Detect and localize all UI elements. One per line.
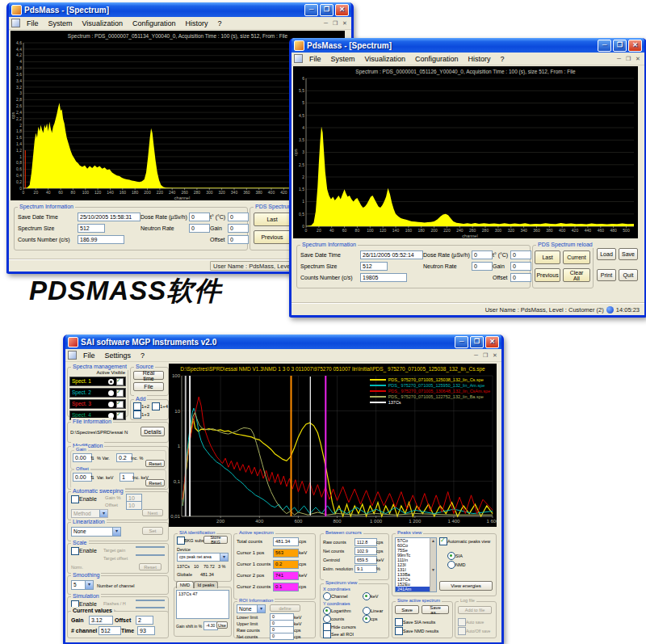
menu-system[interactable]: System bbox=[44, 19, 78, 27]
save-sia-results-checkbox[interactable] bbox=[395, 618, 403, 626]
menu-configuration[interactable]: Configuration bbox=[128, 19, 181, 27]
neutron-rate-field[interactable]: 0 bbox=[189, 224, 210, 233]
save-nmd-results-checkbox[interactable] bbox=[395, 627, 403, 635]
sweeping-enable-checkbox[interactable] bbox=[71, 495, 79, 503]
spinner-arrows-icon[interactable]: ⇅ bbox=[90, 455, 94, 461]
temperature-field[interactable]: 0 bbox=[228, 213, 249, 221]
auto-peaks-checkbox[interactable] bbox=[439, 537, 447, 545]
spectrum-visible-checkbox[interactable] bbox=[116, 378, 124, 385]
dose-rate-field[interactable]: 0 bbox=[472, 250, 493, 259]
tab-id-peaks[interactable]: Id peaks bbox=[194, 581, 218, 588]
neutron-rate-field[interactable]: 0 bbox=[472, 262, 493, 271]
add-1-4-checkbox[interactable] bbox=[152, 402, 160, 410]
close-button[interactable]: ✕ bbox=[628, 40, 642, 52]
close-button[interactable]: ✕ bbox=[485, 336, 499, 348]
dose-rate-field[interactable]: 0 bbox=[189, 213, 210, 221]
save-button[interactable]: Save bbox=[619, 248, 638, 260]
maximize-button[interactable]: ❐ bbox=[470, 336, 484, 348]
spectrum-active-radio[interactable] bbox=[108, 402, 114, 407]
mdi-window-controls[interactable]: ─ ❐ ✕ bbox=[617, 56, 642, 62]
spinner-arrows-icon[interactable]: ⇅ bbox=[90, 474, 94, 481]
menu-configuration[interactable]: Configuration bbox=[410, 55, 464, 63]
smoothing-dropdown[interactable]: 5▾ bbox=[71, 580, 94, 590]
temperature-field[interactable]: 0 bbox=[510, 250, 531, 259]
logarithm-radio[interactable] bbox=[323, 607, 331, 615]
previous-button[interactable]: Previous bbox=[254, 230, 291, 244]
spectrum-active-radio[interactable] bbox=[108, 379, 114, 385]
spectrum-visible-checkbox[interactable] bbox=[116, 401, 124, 408]
spectrum-visible-checkbox[interactable] bbox=[116, 412, 124, 419]
offset-spinner[interactable]: 0.00 bbox=[73, 473, 92, 482]
spectrum-visible-checkbox[interactable] bbox=[116, 389, 124, 397]
maximize-button[interactable]: ❐ bbox=[613, 40, 627, 52]
minimize-button[interactable]: ─ bbox=[598, 40, 611, 52]
add-1-3-checkbox[interactable] bbox=[133, 410, 141, 419]
mdi-window-controls[interactable]: ─ ❐ ✕ bbox=[324, 20, 349, 27]
see-all-roi-checkbox[interactable] bbox=[323, 630, 331, 638]
scrollbar[interactable]: ▲▼ bbox=[430, 538, 436, 591]
titlebar[interactable]: PdsMass - [Spectrum] ─ ❐ ✕ bbox=[9, 2, 351, 17]
offset-reset-button[interactable]: Reset bbox=[145, 479, 165, 486]
roi-dropdown[interactable]: None▾ bbox=[237, 604, 266, 613]
peaks-listbox[interactable]: 57Co60Co75Se99mTc111In123I131I133Ba137Cs… bbox=[395, 537, 437, 592]
menu-visualization[interactable]: Visualization bbox=[78, 19, 128, 27]
mdi-window-controls[interactable]: ─ ❐ ✕ bbox=[474, 352, 499, 359]
details-button[interactable]: Details bbox=[141, 427, 165, 436]
clear-all-button[interactable]: Clear All bbox=[563, 268, 590, 282]
counts-number-field[interactable]: 186.99 bbox=[78, 235, 124, 244]
minimize-button[interactable]: ─ bbox=[304, 4, 318, 16]
spectrum-save-button[interactable]: Save bbox=[395, 605, 419, 614]
menu-file[interactable]: File bbox=[304, 55, 326, 63]
scale-enable-checkbox[interactable] bbox=[71, 547, 79, 555]
save-date-field[interactable]: 26/11/2005 05:52:14 bbox=[360, 250, 423, 259]
counts-number-field[interactable]: 19805 bbox=[360, 273, 407, 282]
tab-nmd[interactable]: NMD bbox=[176, 581, 194, 588]
add-1-2-checkbox[interactable] bbox=[133, 402, 141, 410]
counts-radio[interactable] bbox=[323, 615, 331, 623]
menu-help[interactable]: ? bbox=[212, 19, 226, 27]
titlebar[interactable]: SAI software MGP Instruments v2.0 ─ ❐ ✕ bbox=[65, 335, 501, 349]
menu-visualization[interactable]: Visualization bbox=[360, 55, 410, 63]
gain-reset-button[interactable]: Reset bbox=[145, 460, 165, 467]
spectrum-slot[interactable]: Spect. 1 bbox=[69, 377, 126, 386]
previous-button[interactable]: Previous bbox=[535, 268, 560, 282]
offset-field[interactable]: 0 bbox=[228, 235, 249, 244]
nmd-radio[interactable] bbox=[447, 561, 455, 569]
close-button[interactable]: ✕ bbox=[335, 4, 349, 16]
file-button[interactable]: File bbox=[133, 382, 164, 391]
menu-history[interactable]: History bbox=[463, 55, 495, 63]
device-dropdown[interactable]: cps peak net area▾ bbox=[177, 553, 229, 562]
menu-settings[interactable]: Settings bbox=[100, 351, 136, 360]
current-button[interactable]: Current bbox=[563, 250, 590, 264]
spectrum-size-field[interactable]: 512 bbox=[78, 224, 105, 233]
peaks-list-item[interactable]: 241Am bbox=[396, 587, 430, 591]
spectrum-active-radio[interactable] bbox=[108, 390, 114, 396]
last-button[interactable]: Last bbox=[535, 250, 560, 264]
maximize-button[interactable]: ❐ bbox=[320, 4, 333, 16]
view-energies-button[interactable]: View energies bbox=[439, 581, 493, 591]
channel-radio[interactable] bbox=[323, 592, 331, 600]
store-bkg-button[interactable]: Store BKG bbox=[203, 536, 228, 544]
load-button[interactable]: Load bbox=[597, 248, 616, 260]
spectrum-slot[interactable]: Spect. 3 bbox=[69, 399, 126, 409]
minimize-button[interactable]: ─ bbox=[455, 336, 468, 348]
spectrum-size-field[interactable]: 512 bbox=[360, 262, 388, 271]
gain-inc-field[interactable]: 0.2 bbox=[116, 453, 132, 462]
menu-help[interactable]: ? bbox=[495, 55, 509, 63]
sia-radio[interactable] bbox=[447, 552, 455, 560]
cps-radio[interactable] bbox=[363, 615, 371, 623]
spectrum-save-as-button[interactable]: Save as... bbox=[422, 605, 449, 614]
save-date-field[interactable]: 25/10/2005 15:58:31 bbox=[78, 213, 141, 221]
kev-radio[interactable] bbox=[363, 592, 371, 600]
menu-system[interactable]: System bbox=[326, 55, 360, 63]
print-button[interactable]: Print bbox=[597, 269, 616, 281]
use-button[interactable]: Use bbox=[216, 621, 228, 629]
menu-file[interactable]: File bbox=[78, 351, 100, 360]
spectrum-slot[interactable]: Spect. 2 bbox=[69, 388, 126, 398]
menu-help[interactable]: ? bbox=[136, 351, 149, 360]
gain-field[interactable]: 0 bbox=[510, 262, 531, 271]
menu-history[interactable]: History bbox=[180, 19, 212, 27]
gain-field[interactable]: 0 bbox=[228, 224, 249, 233]
quit-button[interactable]: Quit bbox=[619, 269, 638, 281]
linearization-dropdown[interactable]: None▾ bbox=[71, 527, 121, 537]
